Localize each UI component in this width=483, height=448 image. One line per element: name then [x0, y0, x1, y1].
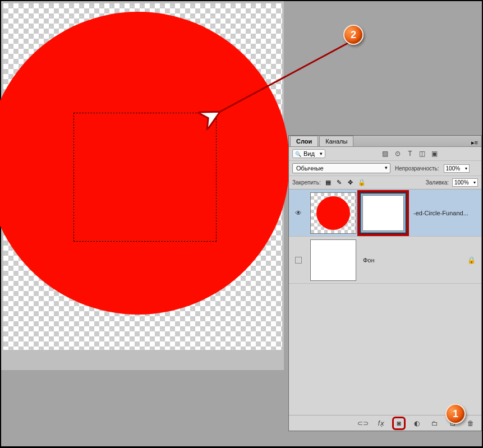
visibility-toggle-bg[interactable] [289, 257, 308, 264]
tab-layers[interactable]: Слои [290, 136, 318, 146]
lock-pixels-icon[interactable]: ✎ [335, 179, 343, 187]
layers-list: -ed-Circle-Funand... Фон 🔒 [289, 190, 481, 284]
layers-panel: Слои Каналы ▸≡ Вид ▨ ⊙ T ◫ ▣ Обычные Неп… [288, 135, 482, 431]
fill-input[interactable]: 100% [452, 178, 478, 187]
annotation-badge-1: 1 [445, 404, 466, 424]
lock-label: Закрепить: [292, 179, 321, 186]
delete-layer-icon[interactable]: 🗑 [466, 418, 476, 428]
layer-filter-row: Вид ▨ ⊙ T ◫ ▣ [289, 147, 481, 161]
lock-icon: 🔒 [467, 256, 481, 264]
mask-thumbnail [362, 195, 404, 231]
app-frame: Слои Каналы ▸≡ Вид ▨ ⊙ T ◫ ▣ Обычные Неп… [1, 1, 482, 446]
add-mask-button[interactable]: ◙ [394, 418, 404, 428]
layer-row-background[interactable]: Фон 🔒 [289, 237, 481, 284]
lock-fill-row: Закрепить: ▦ ✎ ✥ 🔒 Заливка: 100% [289, 176, 481, 190]
filter-shape-icon[interactable]: ◫ [418, 150, 426, 158]
layer-thumbnail-bg[interactable] [310, 239, 356, 281]
layer-name-label[interactable]: -ed-Circle-Funand... [409, 210, 481, 216]
group-icon[interactable]: 🗀 [430, 418, 440, 428]
panel-tabs: Слои Каналы ▸≡ [289, 136, 481, 147]
filter-adjust-icon[interactable]: ⊙ [394, 150, 402, 158]
tab-channels[interactable]: Каналы [319, 136, 353, 146]
panel-menu-icon[interactable]: ▸≡ [468, 139, 481, 146]
blend-opacity-row: Обычные Непрозрачность: 100% [289, 161, 481, 176]
lock-position-icon[interactable]: ✥ [347, 179, 355, 187]
lock-all-icon[interactable]: 🔒 [358, 179, 366, 187]
selection-marquee[interactable] [73, 113, 217, 242]
lock-transparency-icon[interactable]: ▦ [324, 179, 332, 187]
filter-kind-select[interactable]: Вид [292, 149, 325, 158]
filter-image-icon[interactable]: ▨ [381, 150, 389, 158]
canvas-viewport [1, 1, 284, 370]
mask-thumbnail-highlighted[interactable] [360, 192, 407, 234]
layer-style-icon[interactable]: fx̣ [376, 418, 386, 428]
eye-icon [295, 209, 302, 217]
adjustment-layer-icon[interactable]: ◐ [412, 418, 422, 428]
visibility-toggle[interactable] [289, 209, 308, 217]
opacity-input[interactable]: 100% [444, 164, 470, 173]
layer-name-bg[interactable]: Фон [358, 257, 467, 264]
filter-type-icon[interactable]: T [406, 150, 414, 158]
filter-kind-label: Вид [303, 150, 315, 157]
layer-thumbnail[interactable] [310, 192, 356, 234]
canvas-checkerboard[interactable] [3, 3, 282, 350]
annotation-badge-2: 2 [343, 25, 364, 45]
blend-mode-select[interactable]: Обычные [292, 163, 390, 173]
visibility-unchecked-icon [295, 257, 302, 264]
filter-type-icons: ▨ ⊙ T ◫ ▣ [381, 150, 439, 158]
search-icon [295, 150, 301, 157]
link-layers-icon[interactable]: ⊂⊃ [358, 418, 368, 428]
opacity-label: Непрозрачность: [395, 165, 439, 172]
fill-label: Заливка: [426, 179, 449, 186]
filter-smart-icon[interactable]: ▣ [431, 150, 439, 158]
layer-row-circle[interactable]: -ed-Circle-Funand... [289, 190, 481, 237]
